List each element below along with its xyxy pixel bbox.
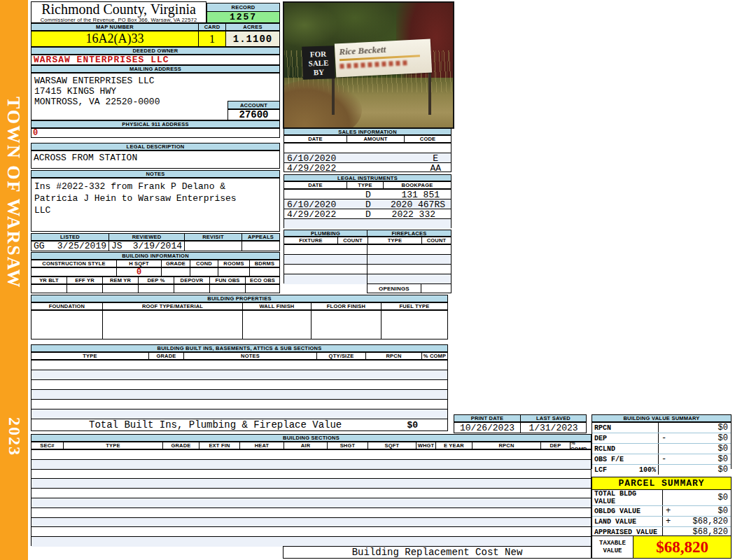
deeded-owner-value: WARSAW ENTERPRISES LLC	[31, 55, 280, 65]
li-row-2: 6/10/2020 D 2020 467RS	[284, 200, 451, 209]
cond-header: COND	[190, 260, 218, 267]
building-info-value-row-1: 0	[31, 267, 280, 276]
sidebar-year-label: 2023	[5, 417, 24, 456]
yrblt-header: YR BLT	[31, 277, 67, 284]
built-ins-total-row: Total Built Ins, Plumbing & Fireplace Va…	[31, 419, 448, 431]
grade-header: GRADE	[162, 260, 190, 267]
realtor-sign: Rice Beckett	[335, 38, 432, 77]
mailing-line-1: WARSAW ENTERPRISES LLC	[34, 76, 276, 86]
acres-value: 1.1100	[225, 31, 280, 47]
building-sections-header-row: SEC# TYPE GRADE EXT FIN HEAT AIR SHGT SQ…	[31, 442, 592, 449]
li-row-1: D 131 851	[284, 190, 451, 200]
taxable-value-amount: $68,820	[633, 536, 732, 559]
sign-post-left	[332, 73, 335, 115]
bi-notes-header: NOTES	[184, 353, 317, 359]
funobs-header: FUN OBS	[210, 277, 246, 284]
building-properties-header-row: FOUNDATION ROOF TYPE/MATERIAL WALL FINIS…	[31, 302, 448, 310]
roof-header: ROOF TYPE/MATERIAL	[103, 303, 243, 309]
building-info-value-row-2	[31, 284, 280, 293]
account-value: 27600	[227, 109, 280, 120]
listed-date: 3/25/2019	[57, 241, 106, 251]
bvs-row-rclnd: RCLND $0	[592, 444, 731, 454]
notes-label: NOTES	[31, 170, 280, 178]
li-bookpage-header: BOOKPAGE	[384, 182, 451, 188]
effyr-header: EFF YR	[67, 277, 103, 284]
fireplace-type-header: TYPE	[368, 237, 422, 244]
property-photo: FOR SALE BY Rice Beckett	[283, 1, 454, 129]
building-properties-title: BUILDING PROPERTIES	[31, 295, 448, 302]
record-label: RECORD	[206, 3, 280, 12]
appeals-header: APPEALS	[242, 234, 279, 240]
sales-row-1	[284, 144, 451, 153]
bs-comp-header: % COMP	[570, 442, 591, 449]
notes-line-2: Patricia J Hein to Warsaw Enterprises	[34, 192, 276, 204]
ps-row-total-bldg: TOTAL BLDG VALUE $0	[592, 490, 731, 506]
building-value-summary-title: BUILDING VALUE SUMMARY	[592, 414, 732, 422]
deeded-owner-label: DEEDED OWNER	[31, 47, 280, 55]
print-date-value: 10/26/2023	[454, 423, 521, 433]
sign-line-3: BY	[302, 67, 335, 78]
bi-rpcn-header: RPCN	[366, 353, 422, 359]
openings-value	[421, 284, 451, 293]
building-replacement-footer: Building Replacement Cost New	[283, 546, 592, 559]
dep-pct-header: DEP %	[139, 277, 174, 284]
built-ins-rows	[31, 360, 448, 419]
li-date-header: DATE	[284, 182, 347, 188]
li-row-4	[284, 219, 451, 229]
sales-code-header: CODE	[405, 136, 451, 142]
sales-date-header: DATE	[284, 136, 347, 142]
legal-description-value: ACROSS FROM STATION	[31, 150, 280, 169]
building-info-header-row-2: YR BLT EFF YR REM YR DEP % DEPOVR FUN OB…	[31, 276, 280, 284]
hsqft-header: H SQFT	[117, 260, 162, 267]
taxable-value-label: TAXABLE VALUE	[592, 536, 634, 559]
reviewed-by: JS	[111, 241, 122, 251]
ps-row-obldg: OBLDG VALUE +$0	[592, 506, 731, 517]
listed-by: GG	[34, 241, 45, 251]
bs-grade-header: GRADE	[163, 442, 200, 449]
parcel-summary-table: TOTAL BLDG VALUE $0 OBLDG VALUE +$0 LAND…	[592, 490, 732, 536]
parcel-summary-title: PARCEL SUMMARY	[592, 477, 732, 490]
fireplace-count-header: COUNT	[422, 237, 451, 244]
plumbing-title: PLUMBING	[284, 230, 368, 237]
fireplaces-title: FIREPLACES	[367, 230, 451, 237]
bi-grade-header: GRADE	[149, 353, 184, 359]
map-number-label: MAP NUMBER	[31, 23, 199, 31]
construction-style-header: CONSTRUCTION STYLE	[31, 260, 117, 267]
record-value: 1257	[206, 12, 280, 23]
fuel-type-header: FUEL TYPE	[382, 303, 447, 309]
review-value-row: GG 3/25/2019 JS 3/19/2014	[31, 241, 280, 251]
commissioner-line: Commissioner of the Revenue, PO Box 366,…	[31, 17, 206, 23]
fixture-count-header: COUNT	[338, 237, 368, 244]
hsqft-value: 0	[117, 268, 162, 276]
floor-finish-header: FLOOR FINISH	[312, 303, 382, 309]
li-row-3: 4/29/2022 D 2022 332	[284, 209, 451, 219]
building-value-summary-table: RPCN $0 DEP -$0 RCLND $0 OBS F/E -$0 LCF…	[592, 422, 732, 469]
bs-eyear-header: E YEAR	[436, 442, 472, 449]
mailing-line-2: 17415 KINGS HWY	[34, 86, 276, 97]
bs-shgt-header: SHGT	[328, 442, 368, 449]
bs-whgt-header: WHGT	[416, 442, 436, 449]
for-sale-sign: FOR SALE BY	[302, 46, 335, 80]
foundation-header: FOUNDATION	[31, 303, 103, 309]
sales-information-title: SALES INFORMATION	[284, 128, 451, 135]
print-date-header: PRINT DATE	[454, 415, 521, 421]
physical-911-label: PHYSICAL 911 ADDRESS	[31, 120, 280, 128]
notes-line-1: Ins #2022-332 from Frank P Delano &	[34, 181, 276, 192]
rooms-header: ROOMS	[218, 260, 250, 267]
building-properties-value-row	[31, 310, 448, 340]
building-sections-title: BUILDING SECTIONS	[31, 434, 592, 442]
li-type-header: TYPE	[347, 182, 384, 188]
county-header-box: Richmond County, Virginia Commissioner o…	[31, 1, 206, 23]
built-ins-total-value: $0	[407, 420, 418, 430]
reviewed-header: REVIEWED	[109, 234, 185, 240]
building-information-title: BUILDING INFORMATION	[31, 252, 280, 260]
ps-row-land: LAND VALUE +$68,820	[592, 517, 731, 527]
page: { "sidebar": { "title": "TOWN OF WARSAW"…	[0, 0, 735, 560]
plumbing-fireplaces-rows	[284, 244, 451, 284]
remyr-header: REM YR	[103, 277, 139, 284]
legal-description-label: LEGAL DESCRIPTION	[31, 143, 280, 150]
bvs-row-rpcn: RPCN $0	[592, 423, 731, 433]
legal-instruments-title: LEGAL INSTRUMENTS	[284, 174, 451, 181]
legal-instruments-rows: D 131 851 6/10/2020 D 2020 467RS 4/29/20…	[284, 189, 451, 228]
plumbing-fireplaces-header-row: FIXTURE COUNT TYPE COUNT	[284, 237, 451, 244]
